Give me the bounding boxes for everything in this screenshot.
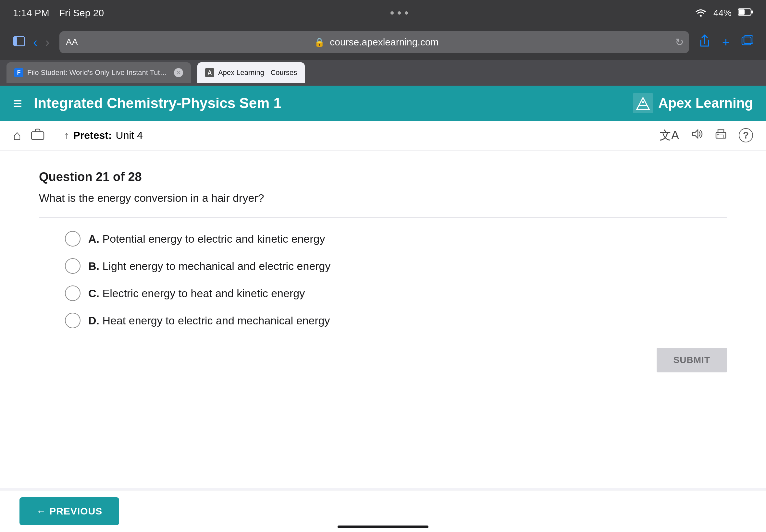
back-button[interactable]: ‹ <box>33 35 37 50</box>
apex-logo: Apex Learning <box>633 93 753 113</box>
wifi-icon <box>695 7 707 19</box>
status-bar: 1:14 PM Fri Sep 20 44% <box>0 0 766 26</box>
question-divider <box>39 217 727 218</box>
url-text: course.apexlearning.com <box>330 37 439 48</box>
add-tab-icon[interactable]: + <box>722 35 730 50</box>
close-filo-tab[interactable]: ✕ <box>174 68 183 77</box>
svg-rect-2 <box>739 9 745 15</box>
sidebar-toggle-icon[interactable] <box>13 35 25 49</box>
bottom-nav: ← PREVIOUS <box>0 490 766 532</box>
battery-percentage: 44% <box>713 8 732 18</box>
answer-option-b[interactable]: B. Light energy to mechanical and electr… <box>65 258 701 274</box>
pretest-up-icon: ↑ <box>64 129 69 141</box>
tabs-icon[interactable] <box>741 35 753 50</box>
toolbar-right: 文A ? <box>660 127 753 143</box>
course-title: Integrated Chemistry-Physics Sem 1 <box>34 95 633 111</box>
radio-a[interactable] <box>65 231 80 247</box>
answer-letter-b: B. <box>88 260 99 272</box>
tab-filo[interactable]: F Filo Student: World's Only Live Instan… <box>6 62 191 83</box>
apex-tab-label: Apex Learning - Courses <box>218 68 297 77</box>
tab-bar: F Filo Student: World's Only Live Instan… <box>0 60 766 86</box>
pretest-value: Unit 4 <box>116 129 143 141</box>
radio-c[interactable] <box>65 285 80 301</box>
main-content: Question 21 of 28 What is the energy con… <box>0 151 766 398</box>
translate-icon[interactable]: 文A <box>660 127 679 143</box>
answer-label-a: A. Potential energy to electric and kine… <box>88 233 325 245</box>
refresh-button[interactable]: ↻ <box>675 36 684 48</box>
answer-option-c[interactable]: C. Electric energy to heat and kinetic e… <box>65 285 701 301</box>
svg-rect-1 <box>751 10 753 14</box>
filo-favicon: F <box>14 68 23 77</box>
address-bar[interactable]: AA 🔒 course.apexlearning.com ↻ <box>59 31 689 53</box>
toolbar: ⌂ ↑ Pretest: Unit 4 文A <box>0 121 766 151</box>
dot-2 <box>398 11 401 15</box>
svg-rect-9 <box>31 132 44 139</box>
print-icon[interactable] <box>715 128 727 142</box>
course-header: ≡ Integrated Chemistry-Physics Sem 1 Ape… <box>0 86 766 121</box>
answer-text-c: Electric energy to heat and kinetic ener… <box>102 287 305 299</box>
apex-favicon: A <box>205 68 214 77</box>
forward-button[interactable]: › <box>45 35 49 50</box>
answer-option-d[interactable]: D. Heat energy to electric and mechanica… <box>65 313 701 328</box>
status-date: Fri Sep 20 <box>59 7 104 18</box>
answer-letter-a: A. <box>88 233 99 245</box>
answer-options: A. Potential energy to electric and kine… <box>39 231 727 328</box>
status-time: 1:14 PM <box>13 7 49 18</box>
battery-icon <box>738 8 753 18</box>
answer-letter-c: C. <box>88 287 99 299</box>
briefcase-icon[interactable] <box>31 128 44 143</box>
submit-area: SUBMIT <box>39 348 727 385</box>
filo-tab-label: Filo Student: World's Only Live Instant … <box>27 68 170 77</box>
lock-icon: 🔒 <box>314 37 324 47</box>
browser-actions: + <box>699 34 753 50</box>
dot-3 <box>405 11 408 15</box>
svg-rect-11 <box>718 135 724 138</box>
help-icon[interactable]: ? <box>739 128 753 142</box>
menu-icon[interactable]: ≡ <box>13 94 22 112</box>
toolbar-left: ⌂ <box>13 127 44 143</box>
question-number: Question 21 of 28 <box>39 170 727 184</box>
dot-1 <box>391 11 394 15</box>
answer-text-d: Heat energy to electric and mechanical e… <box>102 314 330 327</box>
svg-point-8 <box>642 101 644 103</box>
browser-nav: ‹ › <box>13 35 50 50</box>
answer-text-b: Light energy to mechanical and electric … <box>102 260 330 272</box>
aa-text[interactable]: AA <box>59 37 78 47</box>
apex-logo-icon <box>633 93 653 113</box>
svg-point-12 <box>717 134 719 135</box>
apex-logo-text: Apex Learning <box>658 95 753 111</box>
answer-label-d: D. Heat energy to electric and mechanica… <box>88 314 330 327</box>
radio-b[interactable] <box>65 258 80 274</box>
browser-chrome: ‹ › AA 🔒 course.apexlearning.com ↻ + <box>0 26 766 60</box>
answer-letter-d: D. <box>88 314 99 327</box>
answer-label-c: C. Electric energy to heat and kinetic e… <box>88 287 305 300</box>
submit-button[interactable]: SUBMIT <box>657 348 727 372</box>
home-indicator <box>337 526 429 528</box>
answer-label-b: B. Light energy to mechanical and electr… <box>88 260 331 272</box>
svg-rect-4 <box>14 37 17 46</box>
toolbar-pretest: ↑ Pretest: Unit 4 <box>64 129 143 141</box>
radio-d[interactable] <box>65 313 80 328</box>
previous-button[interactable]: ← PREVIOUS <box>19 497 119 525</box>
tab-apex[interactable]: A Apex Learning - Courses <box>197 62 305 83</box>
speaker-icon[interactable] <box>691 128 703 142</box>
question-text: What is the energy conversion in a hair … <box>39 192 727 204</box>
answer-option-a[interactable]: A. Potential energy to electric and kine… <box>65 231 701 247</box>
home-icon[interactable]: ⌂ <box>13 127 21 143</box>
pretest-label: Pretest: <box>73 129 112 141</box>
content-area: Question 21 of 28 What is the energy con… <box>0 151 766 488</box>
share-icon[interactable] <box>699 34 711 50</box>
answer-text-a: Potential energy to electric and kinetic… <box>102 233 325 245</box>
